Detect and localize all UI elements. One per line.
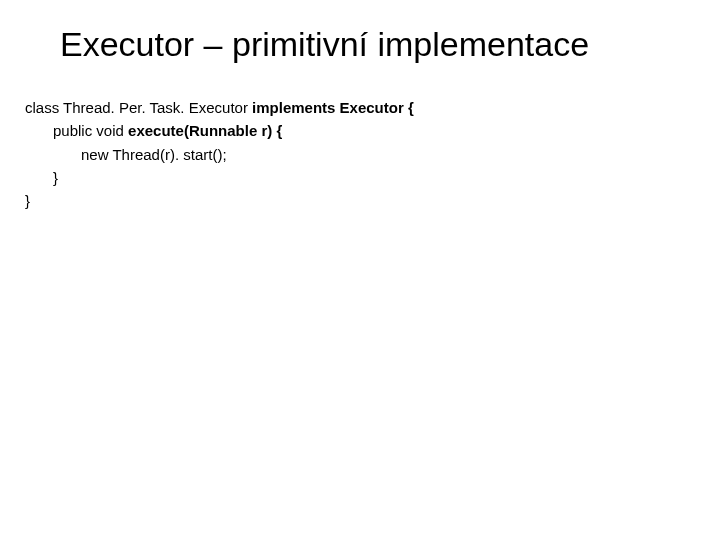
code-line-2: public void execute(Runnable r) { bbox=[25, 119, 660, 142]
code-bold-text: execute(Runnable r) { bbox=[128, 122, 282, 139]
code-block: class Thread. Per. Task. Executor implem… bbox=[25, 96, 660, 212]
code-line-4: } bbox=[25, 166, 660, 189]
slide-container: Executor – primitivní implementace class… bbox=[0, 0, 720, 540]
code-line-3: new Thread(r). start(); bbox=[25, 143, 660, 166]
code-text: class Thread. Per. Task. Executor bbox=[25, 99, 252, 116]
code-line-5: } bbox=[25, 189, 660, 212]
code-text: public void bbox=[53, 122, 128, 139]
code-bold-text: implements Executor { bbox=[252, 99, 414, 116]
slide-title: Executor – primitivní implementace bbox=[60, 25, 660, 64]
code-line-1: class Thread. Per. Task. Executor implem… bbox=[25, 96, 660, 119]
